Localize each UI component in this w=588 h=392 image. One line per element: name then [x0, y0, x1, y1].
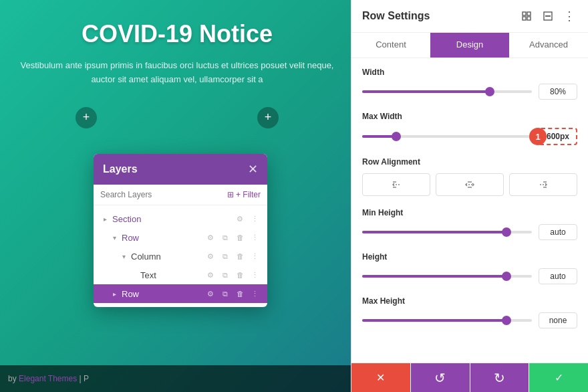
- max-width-slider-thumb[interactable]: [392, 132, 401, 141]
- settings-icon-column[interactable]: ⚙: [204, 250, 216, 262]
- redo-button[interactable]: ↻: [470, 363, 529, 392]
- height-slider-thumb[interactable]: [502, 272, 511, 281]
- filter-label: + Filter: [236, 190, 261, 199]
- width-slider-track[interactable]: [362, 90, 532, 93]
- more-icon-text[interactable]: ⋮: [249, 269, 261, 281]
- more-icon-row1[interactable]: ⋮: [249, 231, 261, 243]
- min-height-label: Min Height: [362, 208, 577, 217]
- height-slider-track[interactable]: [362, 275, 532, 278]
- layer-text: Text ⚙ ⧉ 🗑 ⋮: [94, 266, 267, 284]
- width-slider-thumb[interactable]: [485, 87, 494, 96]
- align-center-button[interactable]: [436, 173, 504, 196]
- settings-icon-section[interactable]: ⚙: [234, 213, 246, 225]
- toggle-section[interactable]: ▸: [100, 214, 110, 223]
- height-value-input[interactable]: [539, 268, 577, 284]
- add-buttons-row: + +: [13, 100, 341, 135]
- delete-icon-row1[interactable]: 🗑: [234, 231, 246, 243]
- minimize-icon-btn[interactable]: [540, 8, 556, 24]
- width-slider-fill: [362, 90, 490, 93]
- delete-icon-column[interactable]: 🗑: [234, 250, 246, 262]
- layers-search-input[interactable]: [100, 190, 222, 199]
- layers-filter-button[interactable]: ⊞ + Filter: [227, 190, 261, 199]
- expand-icon: [522, 11, 531, 21]
- width-label: Width: [362, 68, 577, 77]
- toggle-row-1[interactable]: ▾: [110, 233, 119, 242]
- brand-link[interactable]: Elegant Themes: [19, 374, 77, 383]
- cancel-button[interactable]: ✕: [351, 363, 410, 392]
- layer-row-2-actions: ⚙ ⧉ 🗑 ⋮: [204, 288, 261, 300]
- settings-icon-text[interactable]: ⚙: [204, 269, 216, 281]
- svg-rect-3: [527, 17, 531, 20]
- min-height-value-input[interactable]: [539, 224, 577, 240]
- row-alignment-section: Row Alignment: [362, 157, 577, 196]
- layer-column: ▾ Column ⚙ ⧉ 🗑 ⋮: [94, 247, 267, 266]
- tab-advanced[interactable]: Advanced: [509, 33, 588, 58]
- bg-content: COVID-19 Notice Vestibulum ante ipsum pr…: [0, 0, 354, 155]
- more-icon-column[interactable]: ⋮: [249, 250, 261, 262]
- svg-rect-1: [527, 12, 531, 15]
- badge-1: 1: [529, 128, 547, 145]
- bg-title: COVID-19 Notice: [13, 20, 341, 48]
- layer-row-1-name: Row: [122, 233, 204, 243]
- row-settings-footer: ✕ ↺ ↻ ✓: [351, 363, 588, 392]
- layers-header: Layers ✕: [94, 154, 267, 185]
- save-button[interactable]: ✓: [529, 363, 588, 392]
- layers-tree: ▸ Section ⚙ ⋮ ▾ Row ⚙ ⧉ 🗑 ⋮ ▾ Column ⚙ ⧉: [94, 205, 267, 307]
- max-height-value-input[interactable]: [539, 312, 577, 328]
- max-width-slider-track[interactable]: [362, 135, 532, 138]
- toggle-row-2[interactable]: ▸: [110, 289, 119, 298]
- layers-close-button[interactable]: ✕: [248, 162, 258, 177]
- more-options-btn[interactable]: ⋮: [561, 8, 577, 24]
- settings-icon-row1[interactable]: ⚙: [204, 231, 216, 243]
- align-left-icon: [391, 179, 402, 190]
- more-dots-icon: ⋮: [563, 10, 575, 22]
- copy-icon-column[interactable]: ⧉: [219, 250, 231, 262]
- max-width-slider-row: 1: [362, 128, 577, 145]
- delete-icon-text[interactable]: 🗑: [234, 269, 246, 281]
- reset-icon: ↺: [434, 370, 446, 386]
- expand-icon-btn[interactable]: [519, 8, 535, 24]
- row-settings-tabs: Content Design Advanced: [351, 33, 588, 58]
- height-slider-row: [362, 268, 577, 284]
- layer-column-actions: ⚙ ⧉ 🗑 ⋮: [204, 250, 261, 262]
- width-slider-row: [362, 84, 577, 100]
- reset-button[interactable]: ↺: [411, 363, 470, 392]
- max-height-slider-track[interactable]: [362, 319, 532, 322]
- cancel-icon: ✕: [376, 371, 385, 384]
- tab-design[interactable]: Design: [430, 33, 509, 58]
- align-right-icon: [538, 179, 549, 190]
- max-height-slider-fill: [362, 319, 506, 322]
- align-center-icon: [464, 179, 475, 190]
- layer-section-actions: ⚙ ⋮: [234, 213, 261, 225]
- max-height-slider-thumb[interactable]: [502, 316, 511, 325]
- layer-section: ▸ Section ⚙ ⋮: [94, 209, 267, 228]
- copy-icon-row1[interactable]: ⧉: [219, 231, 231, 243]
- add-right-button[interactable]: +: [257, 107, 279, 128]
- layer-row-1: ▾ Row ⚙ ⧉ 🗑 ⋮: [94, 228, 267, 247]
- width-value-input[interactable]: [539, 84, 577, 100]
- settings-icon-row2[interactable]: ⚙: [204, 288, 216, 300]
- max-height-label: Max Height: [362, 296, 577, 306]
- align-right-button[interactable]: [509, 173, 577, 196]
- delete-icon-row2[interactable]: 🗑: [234, 288, 246, 300]
- tab-content[interactable]: Content: [351, 33, 430, 58]
- min-height-slider-track[interactable]: [362, 231, 532, 233]
- add-left-button[interactable]: +: [76, 107, 97, 128]
- align-left-button[interactable]: [362, 173, 430, 196]
- minimize-icon: [543, 11, 553, 21]
- layers-panel: Layers ✕ ⊞ + Filter ▸ Section ⚙ ⋮ ▾ Row …: [94, 154, 267, 307]
- toggle-column[interactable]: ▾: [119, 252, 128, 261]
- bottom-bar: by Elegant Themes | P: [0, 365, 354, 392]
- copy-icon-row2[interactable]: ⧉: [219, 288, 231, 300]
- redo-icon: ↻: [494, 370, 505, 386]
- min-height-slider-thumb[interactable]: [502, 227, 511, 237]
- copy-icon-text[interactable]: ⧉: [219, 269, 231, 281]
- more-icon-row2[interactable]: ⋮: [249, 288, 261, 300]
- filter-icon: ⊞: [227, 190, 234, 199]
- max-width-label: Max Width: [362, 112, 577, 121]
- more-icon-section[interactable]: ⋮: [249, 213, 261, 225]
- layer-column-name: Column: [131, 252, 204, 262]
- svg-rect-5: [545, 15, 551, 17]
- layer-row-2-name: Row: [122, 289, 204, 299]
- alignment-row: [362, 173, 577, 196]
